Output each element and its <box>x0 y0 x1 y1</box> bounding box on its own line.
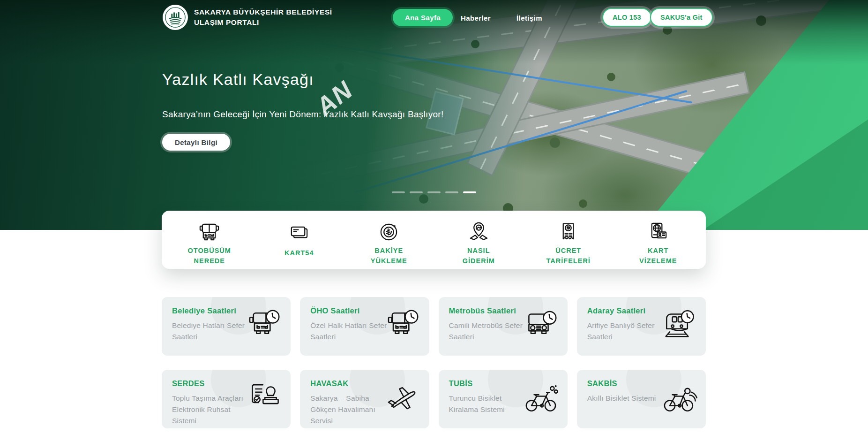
quick-link-label: KART VİZELEME <box>639 246 677 266</box>
nav-news-link[interactable]: Haberler <box>461 10 491 26</box>
site-title-line1: SAKARYA BÜYÜKŞEHİR BELEDİYESİ <box>194 7 332 17</box>
permit-stamp-icon <box>244 380 284 419</box>
bus-clock-icon <box>244 307 284 346</box>
quick-link-item[interactable]: KART VİZELEME <box>614 218 703 264</box>
service-card[interactable]: SERDES Toplu Taşıma Araçları Elektronik … <box>162 370 291 428</box>
alo-153-button[interactable]: ALO 153 <box>602 8 651 27</box>
hero-copy: Yazlık Katlı Kavşağı Sakarya’nın Geleceğ… <box>162 70 444 151</box>
service-card-description: Akıllı Bisiklet Sistemi <box>587 393 664 404</box>
quick-link-label: OTOBÜSÜM NEREDE <box>188 246 231 266</box>
quick-link-item[interactable]: OTOBÜSÜM NEREDE <box>165 218 254 264</box>
service-card[interactable]: SAKBİS Akıllı Bisiklet Sistemi <box>577 370 706 428</box>
hero-title: Yazlık Katlı Kavşağı <box>162 70 444 89</box>
train-clock-icon <box>659 307 699 346</box>
hero-detail-button[interactable]: Detaylı Bilgi <box>162 134 230 151</box>
service-card-description: Sakarya – Sabiha Gökçen Havalimanı Servi… <box>310 393 387 426</box>
service-cards-grid: Belediye Saatleri Belediye Hatları Sefer… <box>162 297 706 428</box>
lira-coin-icon <box>378 221 400 243</box>
quick-link-label: BAKİYE YÜKLEME <box>371 246 407 266</box>
carousel-indicator-active[interactable] <box>463 191 476 193</box>
site-title: SAKARYA BÜYÜKŞEHİR BELEDİYESİ ULAŞIM POR… <box>194 7 332 28</box>
service-card-description: Arifiye Banliyö Sefer Saatleri <box>587 320 664 343</box>
transit-cards-icon <box>288 221 310 245</box>
service-card[interactable]: Adaray Saatleri Arifiye Banliyö Sefer Sa… <box>577 297 706 356</box>
bus-front-icon <box>198 221 220 243</box>
sakus-link-button[interactable]: SAKUS'a Git <box>650 8 713 27</box>
hero-subtitle: Sakarya’nın Geleceği İçin Yeni Dönem: Ya… <box>162 109 444 120</box>
quick-links-bar: OTOBÜSÜM NEREDE KART54 BAKİYE YÜKLEME NA… <box>162 211 706 269</box>
site-header: SAKARYA BÜYÜKŞEHİR BELEDİYESİ ULAŞIM POR… <box>0 0 868 37</box>
fare-receipt-icon <box>557 221 579 243</box>
carousel-indicator[interactable] <box>410 191 423 193</box>
service-card-description: Turuncu Bisiklet Kiralama Sistemi <box>449 393 526 415</box>
quick-link-item[interactable]: KART54 <box>254 218 344 264</box>
metrobus-clock-icon <box>521 307 561 346</box>
service-card-description: Camili Metrobüs Sefer Saatleri <box>449 320 526 343</box>
nav-contact-link[interactable]: İletişim <box>516 10 542 26</box>
quick-link-item[interactable]: ÜCRET TARİFELERİ <box>524 218 614 264</box>
smart-bicycle-icon <box>659 380 699 419</box>
municipality-logo[interactable] <box>163 5 188 30</box>
site-title-line2: ULAŞIM PORTALI <box>194 17 332 28</box>
carousel-indicators <box>392 191 476 193</box>
ulasim-portal-page: AN SAKARYA BÜYÜKŞEHİR BELEDİYESİ ULAŞIM … <box>0 0 868 434</box>
service-card-description: Toplu Taşıma Araçları Elektronik Ruhsat … <box>172 393 249 426</box>
bicycle-icon <box>521 380 561 419</box>
service-card-description: Belediye Hatları Sefer Saatleri <box>172 320 249 343</box>
nav-home-button[interactable]: Ana Sayfa <box>393 9 453 26</box>
quick-link-label: KART54 <box>284 248 314 259</box>
card-visa-passport-icon <box>647 221 669 243</box>
sakarya-emblem-icon <box>165 7 186 28</box>
bus-clock-icon <box>382 307 423 346</box>
service-card-description: Özel Halk Hatları Sefer Saatleri <box>310 320 387 343</box>
map-pin-icon <box>468 221 490 243</box>
hero-section: AN SAKARYA BÜYÜKŞEHİR BELEDİYESİ ULAŞIM … <box>0 0 868 230</box>
carousel-indicator[interactable] <box>427 191 441 193</box>
quick-link-label: ÜCRET TARİFELERİ <box>546 246 591 266</box>
service-card[interactable]: HAVASAK Sakarya – Sabiha Gökçen Havalima… <box>300 370 429 428</box>
service-card[interactable]: Metrobüs Saatleri Camili Metrobüs Sefer … <box>439 297 568 356</box>
quick-link-label: NASIL GİDERİM <box>463 246 495 266</box>
carousel-indicator[interactable] <box>445 191 458 193</box>
airplane-icon <box>382 380 423 419</box>
quick-link-item[interactable]: BAKİYE YÜKLEME <box>344 218 434 264</box>
quick-link-item[interactable]: NASIL GİDERİM <box>434 218 524 264</box>
service-card[interactable]: Belediye Saatleri Belediye Hatları Sefer… <box>162 297 291 356</box>
service-card[interactable]: ÖHO Saatleri Özel Halk Hatları Sefer Saa… <box>300 297 429 356</box>
service-card[interactable]: TUBİS Turuncu Bisiklet Kiralama Sistemi <box>439 370 568 428</box>
carousel-indicator[interactable] <box>392 191 405 193</box>
